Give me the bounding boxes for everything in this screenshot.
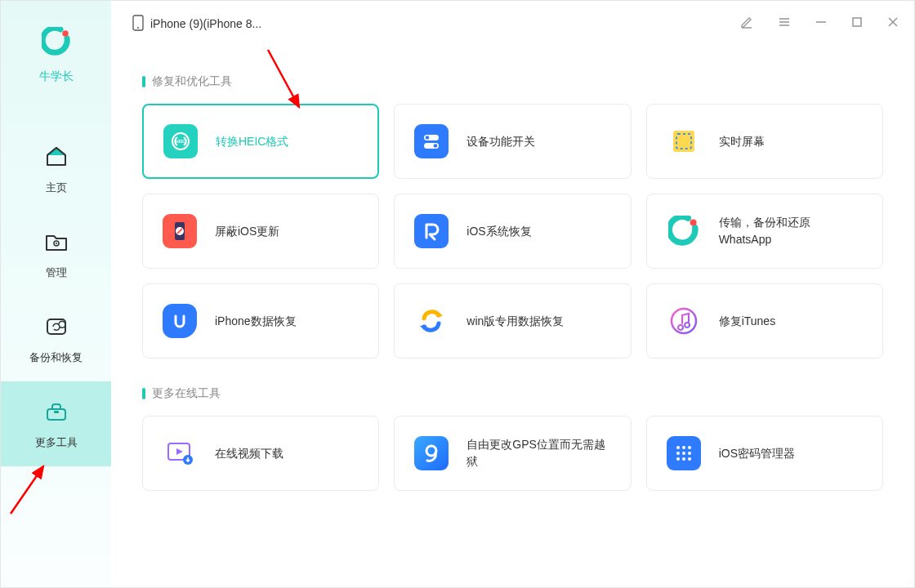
section-title-repair: 修复和优化工具: [142, 74, 883, 89]
edit-icon[interactable]: [739, 15, 754, 33]
card-realtime-screen[interactable]: 实时屏幕: [646, 104, 883, 179]
card-block-ios-update[interactable]: 屏蔽iOS更新: [142, 194, 379, 269]
svg-point-31: [672, 309, 696, 333]
sidebar-item-label: 主页: [46, 180, 67, 195]
card-label: win版专用数据恢复: [466, 313, 564, 330]
card-label: iOS系统恢复: [466, 223, 531, 240]
sidebar: 牛学长 主页 管理 备份和恢复: [1, 1, 111, 587]
card-ios-repair[interactable]: iOS系统恢复: [394, 194, 631, 269]
svg-point-38: [688, 446, 691, 449]
sidebar-item-label: 管理: [46, 265, 67, 280]
sidebar-item-manage[interactable]: 管理: [1, 212, 111, 296]
svg-point-22: [434, 144, 438, 148]
shield-u-icon: [163, 304, 197, 338]
svg-point-36: [676, 446, 680, 449]
sidebar-item-label: 备份和恢复: [29, 350, 83, 365]
repair-icon: [414, 214, 449, 248]
card-iphone-recovery[interactable]: iPhone数据恢复: [142, 283, 379, 359]
card-label: iOS密码管理器: [719, 445, 795, 462]
itunes-icon: [667, 304, 701, 338]
card-label: 实时屏幕: [719, 133, 765, 150]
svg-point-43: [682, 457, 685, 461]
card-label: 自由更改GPS位置而无需越狱: [466, 436, 610, 470]
keypad-icon: [667, 436, 701, 470]
card-password-manager[interactable]: iOS密码管理器: [646, 416, 883, 491]
brand-logo-icon: [42, 27, 71, 60]
section-title-text: 更多在线工具: [152, 386, 221, 401]
svg-rect-5: [54, 411, 59, 413]
card-gps-spoof[interactable]: 自由更改GPS位置而无需越狱: [394, 416, 631, 491]
whatsapp-logo-icon: [667, 214, 701, 248]
sidebar-item-more-tools[interactable]: 更多工具: [1, 381, 111, 466]
card-fix-itunes[interactable]: 修复iTunes: [646, 283, 883, 359]
card-whatsapp-transfer[interactable]: 传输，备份和还原WhatsApp: [646, 194, 883, 269]
sidebar-item-backup[interactable]: 备份和恢复: [1, 296, 111, 381]
svg-point-0: [62, 30, 69, 37]
screen-icon: [667, 124, 701, 158]
toolbox-icon: [44, 399, 69, 427]
maximize-icon[interactable]: [850, 16, 864, 32]
swap-icon: [414, 304, 449, 338]
nine-icon: [414, 436, 449, 470]
svg-marker-33: [176, 448, 183, 455]
svg-point-2: [56, 243, 57, 244]
shield-icon: [163, 214, 197, 248]
card-label: 屏蔽iOS更新: [215, 223, 279, 240]
svg-point-39: [676, 452, 680, 455]
video-download-icon: [163, 436, 197, 470]
svg-point-40: [682, 452, 685, 455]
device-indicator: iPhone (9)(iPhone 8...: [132, 15, 261, 33]
card-label: 设备功能开关: [466, 133, 535, 150]
sync-icon: [44, 314, 69, 342]
section-title-text: 修复和优化工具: [152, 74, 232, 89]
section-title-online: 更多在线工具: [142, 386, 883, 401]
svg-text:HEIC: HEIC: [176, 139, 185, 144]
menu-icon[interactable]: [777, 15, 792, 33]
toggle-icon: [414, 124, 449, 158]
header: iPhone (9)(iPhone 8...: [111, 1, 914, 47]
folder-gear-icon: [44, 229, 69, 257]
svg-point-37: [682, 446, 685, 449]
card-label: 修复iTunes: [719, 313, 776, 330]
card-win-recovery[interactable]: win版专用数据恢复: [394, 283, 631, 359]
sidebar-item-label: 更多工具: [35, 435, 78, 450]
home-icon: [44, 145, 69, 172]
svg-point-8: [137, 27, 139, 29]
card-heic-convert[interactable]: HEIC 转换HEIC格式: [142, 104, 379, 179]
svg-rect-13: [853, 18, 861, 26]
sidebar-item-home[interactable]: 主页: [1, 127, 111, 212]
heic-icon: HEIC: [163, 124, 198, 158]
brand-name: 牛学长: [39, 69, 74, 84]
device-text: iPhone (9)(iPhone 8...: [150, 17, 261, 30]
card-video-download[interactable]: 在线视频下载: [142, 416, 379, 491]
card-label: 传输，备份和还原WhatsApp: [719, 214, 863, 248]
svg-point-20: [426, 136, 430, 140]
svg-point-42: [676, 457, 680, 461]
svg-point-44: [688, 457, 691, 461]
annotation-arrow-icon: [7, 460, 56, 517]
card-label: 转换HEIC格式: [216, 133, 288, 150]
brand: 牛学长: [39, 27, 74, 84]
svg-point-41: [688, 452, 691, 455]
close-icon[interactable]: [886, 16, 899, 32]
svg-rect-4: [47, 409, 65, 420]
svg-point-28: [690, 219, 696, 225]
card-label: 在线视频下载: [215, 445, 283, 462]
phone-icon: [132, 15, 144, 33]
card-label: iPhone数据恢复: [215, 313, 297, 330]
card-device-switch[interactable]: 设备功能开关: [394, 104, 631, 179]
minimize-icon[interactable]: [815, 16, 828, 32]
svg-line-6: [11, 466, 43, 514]
